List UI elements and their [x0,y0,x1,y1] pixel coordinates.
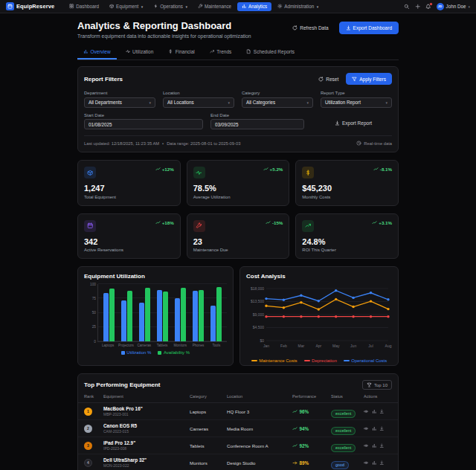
chevron-down-icon: ▾ [385,100,387,105]
nav-item-analytics[interactable]: Analytics [237,2,271,11]
user-name: John Doe [446,4,466,9]
download-icon[interactable] [379,409,385,414]
svg-text:$13,500: $13,500 [251,299,264,303]
activity-icon [193,167,205,178]
performance-cell: 89% [292,460,331,466]
notification-badge [429,2,433,6]
download-icon[interactable] [379,443,385,448]
chart-icon[interactable] [372,460,377,466]
line-chart-legend: Maintenance CostsDepreciationOperational… [246,358,392,363]
page: EquipReserve DashboardEquipment▾Operatio… [0,0,476,470]
performance-cell: 96% [292,409,331,414]
svg-text:Apr: Apr [315,344,321,348]
table-row[interactable]: 3iPad Pro 12.9"IPD-2023-008TabletsConfer… [78,437,398,454]
page-header: Analytics & Reporting Dashboard Transfor… [77,13,399,39]
view-icon[interactable] [364,409,369,414]
chevron-down-icon: ▾ [141,4,144,9]
table-title: Top Performing Equipment [84,382,161,388]
nav-item-equipment[interactable]: Equipment▾ [105,2,147,11]
reset-button[interactable]: Reset [315,74,342,84]
refresh-data-button[interactable]: Refresh Data [286,22,334,34]
end-date-field[interactable] [210,119,304,129]
nav-item-operations[interactable]: Operations▾ [149,2,192,11]
bar-group-monitors [172,284,190,341]
brand[interactable]: EquipReserve [6,2,54,10]
legend-item: Depreciation [304,358,337,363]
bar [109,289,115,341]
nav-item-dashboard[interactable]: Dashboard [65,2,103,11]
tab-overview[interactable]: Overview [77,46,117,59]
filter-grid: DepartmentAll Departments▾LocationAll Lo… [84,91,392,108]
chart-icon[interactable] [372,426,377,431]
view-icon[interactable] [364,443,369,448]
export-dashboard-button[interactable]: Export Dashboard [339,22,399,34]
tab-utilization[interactable]: Utilization [120,46,160,59]
nav-items: DashboardEquipment▾Operations▾Maintenanc… [65,2,323,11]
y-tick-label: 100 [85,283,96,286]
kpi-card-maintenance-due: -15%23Maintenance Due [187,213,290,260]
bar-group-phones [190,284,208,341]
report-type-select[interactable]: Utilization Report▾ [321,97,392,108]
download-icon[interactable] [379,426,385,431]
legend-line-icon [251,360,257,361]
download-icon[interactable] [379,460,385,466]
table-row[interactable]: 4Dell UltraSharp 32"MON-2023-022Monitors… [78,454,398,470]
kpi-value: 78.5% [193,184,283,193]
category-cell: Tablets [190,443,227,448]
refresh-data-label: Refresh Data [300,25,328,30]
location-cell: Conference Room A [227,443,292,448]
x-tick-label: Laptops [99,344,117,347]
legend-item: Utilization % [121,350,152,355]
svg-text:Mar: Mar [298,344,305,348]
select-value: All Locations [167,100,194,105]
trend-chart-icon [263,167,268,172]
nav-item-maintenance[interactable]: Maintenance [193,2,236,11]
start-date-input[interactable] [89,122,199,127]
tab-scheduled-reports[interactable]: Scheduled Reports [240,46,300,59]
nav-item-administration[interactable]: Administration▾ [273,2,323,11]
bar-chart-legend: Utilization %Availability % [84,350,227,355]
search-icon[interactable] [404,4,410,10]
tab-label: Trends [216,49,231,54]
top-performing-equipment-panel: Top Performing Equipment Top 10 RankEqui… [77,373,399,470]
start-date-field[interactable] [84,119,203,129]
kpi-trend: +12% [155,167,174,172]
table-row[interactable]: 1MacBook Pro 16"MBP-2023-001LaptopsHQ Fl… [78,403,398,420]
bell-icon[interactable] [425,4,431,10]
rank-medal: 2 [84,425,92,433]
svg-text:Jun: Jun [350,344,356,348]
refresh-icon [292,25,298,30]
legend-swatch-icon [158,351,161,355]
svg-text:$0: $0 [260,338,264,343]
x-tick-label: Phones [189,344,207,347]
x-tick-label: Monitors [171,344,189,347]
apply-filters-button[interactable]: Apply Filters [346,73,392,85]
kpi-trend: +5.2% [263,167,283,172]
equipment-id: IPD-2023-008 [103,446,190,451]
equipment-name: MacBook Pro 16" [103,406,190,411]
end-date-input[interactable] [215,122,300,127]
legend-swatch-icon [121,351,125,355]
location-select[interactable]: All Locations▾ [163,97,234,108]
export-report-button[interactable]: Export Report [331,118,376,128]
department-select[interactable]: All Departments▾ [84,97,155,108]
view-icon[interactable] [364,460,369,466]
chart-icon[interactable] [372,443,377,448]
table-row[interactable]: 2Canon EOS R5CAM-2023-015CamerasMedia Ro… [78,420,398,437]
tab-financial[interactable]: Financial [162,46,201,59]
status-badge: excellent [331,427,356,435]
tab-label: Overview [91,49,111,54]
chart-icon[interactable] [372,409,377,414]
view-icon[interactable] [364,426,369,431]
svg-text:Feb: Feb [280,344,287,348]
filter-icon [352,77,357,82]
tab-trends[interactable]: Trends [204,46,238,59]
category-select[interactable]: All Categories▾ [242,97,313,108]
maintenance-icon [198,4,203,9]
bar [121,300,126,341]
performance-cell: 94% [292,426,331,431]
administration-icon [277,4,283,9]
plus-icon[interactable] [415,4,421,10]
filter-label: Report Type [321,91,392,95]
user-menu[interactable]: JD John Doe ▾ [437,3,470,10]
